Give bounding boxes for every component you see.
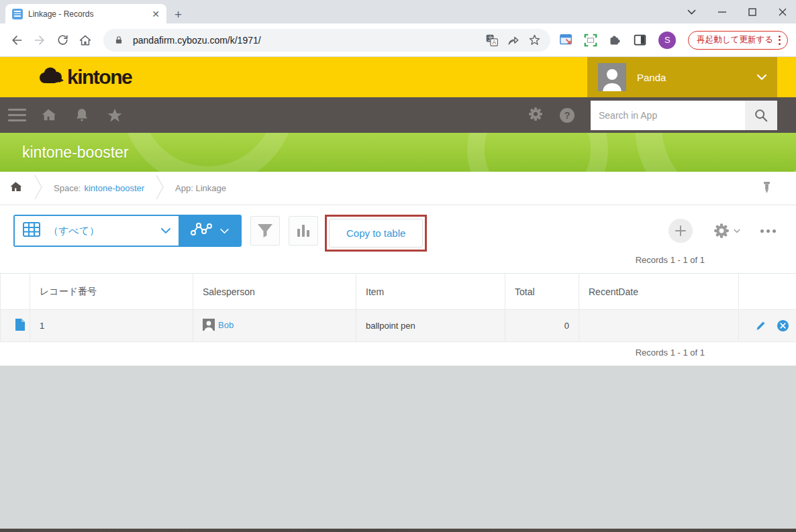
share-icon[interactable] xyxy=(506,33,521,48)
linkage-graph-icon xyxy=(191,222,212,240)
space-banner: kintone-booster xyxy=(0,133,796,172)
browser-toolbar: pandafirm.cybozu.com/k/1971/ 文A S 再起動して更… xyxy=(0,23,796,57)
annotation-highlight-box: Copy to table xyxy=(325,215,427,252)
help-icon[interactable]: ? xyxy=(560,108,575,123)
table-view-icon xyxy=(23,222,40,240)
window-maximize-button[interactable] xyxy=(748,8,756,16)
records-table: レコード番号 Salesperson Item Total RecentDate… xyxy=(0,273,796,342)
search-button[interactable] xyxy=(745,101,777,130)
kintone-cloud-icon xyxy=(38,66,64,88)
breadcrumb-space-link[interactable]: kintone-booster xyxy=(84,183,144,193)
kintone-header: kintone Panda xyxy=(0,57,796,97)
table-header-row: レコード番号 Salesperson Item Total RecentDate xyxy=(1,274,796,310)
view-selector-label: （すべて） xyxy=(48,225,153,237)
window-close-button[interactable] xyxy=(779,8,787,16)
browser-menu-icon[interactable] xyxy=(777,36,782,45)
browser-window: Linkage - Records ✕ + pandafirm.cybozu.c… xyxy=(0,0,796,532)
extension-panel-icon[interactable] xyxy=(558,32,575,49)
column-header-total[interactable]: Total xyxy=(505,274,579,310)
back-button[interactable] xyxy=(8,32,26,49)
breadcrumb-space-prefix: Space: xyxy=(54,183,81,193)
url-text[interactable]: pandafirm.cybozu.com/k/1971/ xyxy=(133,35,478,46)
banner-decoration xyxy=(635,133,796,172)
view-selector: （すべて） xyxy=(13,215,242,247)
kintone-logo[interactable]: kintone xyxy=(38,66,132,89)
linkage-view-button[interactable] xyxy=(179,216,240,246)
favorites-star-icon[interactable] xyxy=(107,107,123,123)
browser-tab[interactable]: Linkage - Records ✕ xyxy=(5,4,166,23)
tab-title: Linkage - Records xyxy=(28,9,145,19)
header-actions-col xyxy=(739,274,796,310)
column-header-recentdate[interactable]: RecentDate xyxy=(579,274,739,310)
breadcrumb: Space: kintone-booster App: Linkage xyxy=(0,172,796,205)
view-selector-dropdown[interactable]: （すべて） xyxy=(15,216,179,246)
breadcrumb-separator-icon xyxy=(34,174,43,203)
salesperson-link[interactable]: Bob xyxy=(218,320,234,330)
address-bar[interactable]: pandafirm.cybozu.com/k/1971/ 文A xyxy=(103,29,550,52)
breadcrumb-separator-icon xyxy=(155,174,164,203)
user-menu[interactable]: Panda xyxy=(587,57,777,97)
browser-titlebar: Linkage - Records ✕ + xyxy=(0,0,796,23)
banner-decoration xyxy=(121,133,295,172)
banner-decoration xyxy=(467,133,608,172)
browser-profile-avatar[interactable]: S xyxy=(658,32,676,49)
app-settings-chevron-icon xyxy=(734,229,740,233)
table-row: 1 Bob ballpoint pen 0 xyxy=(1,310,796,342)
records-count-top: Records 1 - 1 of 1 xyxy=(0,250,796,273)
breadcrumb-home-icon[interactable] xyxy=(9,180,23,197)
translate-icon[interactable]: 文A xyxy=(485,33,499,48)
row-actions xyxy=(739,310,796,342)
user-avatar-icon xyxy=(598,63,626,91)
space-title: kintone-booster xyxy=(22,144,129,162)
app-settings-button[interactable] xyxy=(713,222,740,240)
column-header-salesperson[interactable]: Salesperson xyxy=(193,274,356,310)
svg-text:A: A xyxy=(492,39,496,46)
user-menu-chevron-icon xyxy=(757,71,766,83)
app-settings-gear-icon xyxy=(713,222,730,240)
settings-gear-icon[interactable] xyxy=(528,106,544,125)
extension-capture-icon[interactable] xyxy=(583,32,599,49)
records-count-bottom: Records 1 - 1 of 1 xyxy=(0,342,796,366)
delete-record-icon[interactable] xyxy=(777,319,789,332)
pin-icon[interactable] xyxy=(762,181,772,199)
tab-search-icon[interactable] xyxy=(687,9,696,15)
taskbar-edge xyxy=(0,529,796,532)
app-favicon-icon xyxy=(12,9,23,19)
home-button[interactable] xyxy=(77,32,94,49)
cell-salesperson: Bob xyxy=(193,310,356,342)
add-record-button[interactable] xyxy=(668,219,693,243)
edit-record-icon[interactable] xyxy=(755,320,766,331)
cell-item: ballpoint pen xyxy=(356,310,505,342)
window-minimize-button[interactable] xyxy=(718,8,726,16)
linkage-view-chevron-icon xyxy=(220,225,229,237)
extensions-puzzle-icon[interactable] xyxy=(607,32,623,49)
column-header-record-number[interactable]: レコード番号 xyxy=(30,274,193,310)
more-options-button[interactable] xyxy=(760,229,776,233)
menu-hamburger-icon[interactable] xyxy=(8,109,26,121)
bookmark-star-icon[interactable] xyxy=(528,33,542,48)
forward-button[interactable] xyxy=(31,32,48,49)
restart-update-button[interactable]: 再起動して更新する xyxy=(688,31,788,50)
filter-button[interactable] xyxy=(250,216,280,246)
column-header-item[interactable]: Item xyxy=(356,274,505,310)
cell-record-number: 1 xyxy=(30,310,193,342)
breadcrumb-app-item: App: Linkage xyxy=(175,183,226,193)
new-tab-button[interactable]: + xyxy=(175,8,182,21)
portal-home-icon[interactable] xyxy=(41,107,57,123)
lock-icon[interactable] xyxy=(111,33,126,48)
view-selector-chevron-icon xyxy=(161,225,170,237)
view-toolbar: （すべて） Copy to table xyxy=(0,205,796,250)
record-detail-icon[interactable] xyxy=(1,310,30,342)
cell-recentdate xyxy=(579,310,739,342)
app-search-box xyxy=(591,101,777,130)
chart-button[interactable] xyxy=(289,216,318,246)
user-icon xyxy=(203,319,215,331)
search-input[interactable] xyxy=(591,101,745,130)
cell-total: 0 xyxy=(505,310,579,342)
reload-button[interactable] xyxy=(54,32,71,49)
copy-to-table-button[interactable]: Copy to table xyxy=(329,219,423,248)
notifications-bell-icon[interactable] xyxy=(74,107,90,123)
side-panel-icon[interactable] xyxy=(632,32,648,49)
tab-close-icon[interactable]: ✕ xyxy=(150,9,161,19)
content-background xyxy=(0,366,796,529)
